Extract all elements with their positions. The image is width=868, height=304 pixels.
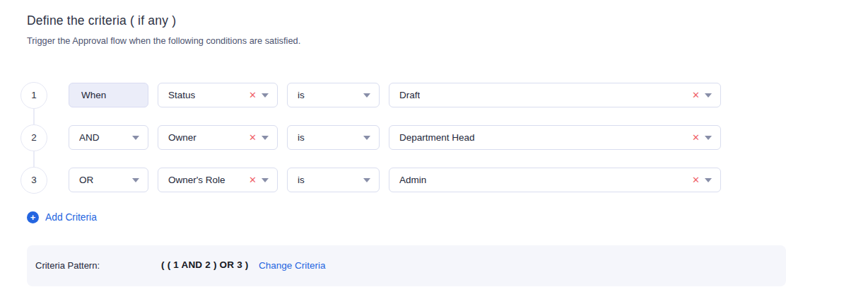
row-number-badge: 1	[20, 82, 47, 109]
field-select-row3[interactable]: Owner's Role ✕	[158, 168, 278, 192]
row-number-badge: 2	[20, 124, 47, 151]
field-select-row2[interactable]: Owner ✕	[158, 125, 278, 150]
when-label-chip: When	[69, 83, 148, 107]
chevron-down-icon[interactable]	[705, 93, 712, 98]
page-title: Define the criteria ( if any )	[27, 13, 176, 28]
criteria-builder-panel: Define the criteria ( if any ) Trigger t…	[0, 0, 868, 304]
criteria-pattern-label: Criteria Pattern:	[35, 260, 100, 271]
value-select-row1[interactable]: Draft ✕	[389, 83, 721, 107]
clear-value-icon[interactable]: ✕	[692, 175, 700, 185]
add-criteria-label[interactable]: Add Criteria	[45, 212, 97, 223]
field-select-value: Owner's Role	[168, 175, 225, 185]
chevron-down-icon[interactable]	[262, 93, 269, 98]
chevron-down-icon[interactable]	[705, 136, 712, 140]
operator-select-row2[interactable]: is	[287, 125, 380, 150]
chevron-down-icon[interactable]	[132, 178, 139, 182]
chevron-down-icon[interactable]	[132, 136, 139, 140]
when-label: When	[81, 90, 106, 100]
value-select-value: Admin	[399, 175, 426, 185]
chevron-down-icon[interactable]	[262, 178, 269, 182]
add-criteria-button[interactable]: + Add Criteria	[27, 211, 97, 223]
criteria-pattern-bar: Criteria Pattern: ( ( 1 AND 2 ) OR 3 ) C…	[27, 245, 786, 286]
page-subtitle: Trigger the Approval flow when the follo…	[27, 35, 300, 46]
logic-select-row3[interactable]: OR	[69, 168, 148, 192]
operator-select-value: is	[298, 132, 305, 143]
chevron-down-icon[interactable]	[262, 136, 269, 140]
field-select-value: Owner	[168, 132, 197, 143]
logic-select-value: AND	[79, 132, 100, 143]
chevron-down-icon[interactable]	[363, 178, 370, 182]
field-select-row1[interactable]: Status ✕	[158, 83, 278, 107]
field-select-value: Status	[168, 90, 195, 100]
clear-field-icon[interactable]: ✕	[249, 133, 257, 142]
value-select-row2[interactable]: Department Head ✕	[389, 125, 721, 150]
value-select-value: Department Head	[399, 132, 475, 143]
chevron-down-icon[interactable]	[363, 136, 370, 140]
operator-select-value: is	[298, 90, 305, 100]
operator-select-value: is	[298, 175, 305, 185]
clear-field-icon[interactable]: ✕	[249, 175, 257, 185]
clear-field-icon[interactable]: ✕	[249, 90, 257, 100]
row-number-badge: 3	[20, 167, 47, 194]
plus-circle-icon[interactable]: +	[27, 211, 39, 223]
value-select-value: Draft	[399, 90, 420, 100]
operator-select-row3[interactable]: is	[287, 168, 380, 192]
clear-value-icon[interactable]: ✕	[692, 90, 700, 100]
value-select-row3[interactable]: Admin ✕	[389, 168, 721, 192]
logic-select-row2[interactable]: AND	[69, 125, 148, 150]
chevron-down-icon[interactable]	[363, 93, 370, 98]
criteria-pattern-value: ( ( 1 AND 2 ) OR 3 )	[161, 259, 249, 270]
change-criteria-link[interactable]: Change Criteria	[259, 260, 326, 271]
chevron-down-icon[interactable]	[705, 178, 712, 182]
logic-select-value: OR	[79, 175, 93, 185]
clear-value-icon[interactable]: ✕	[692, 133, 700, 142]
operator-select-row1[interactable]: is	[287, 83, 380, 107]
